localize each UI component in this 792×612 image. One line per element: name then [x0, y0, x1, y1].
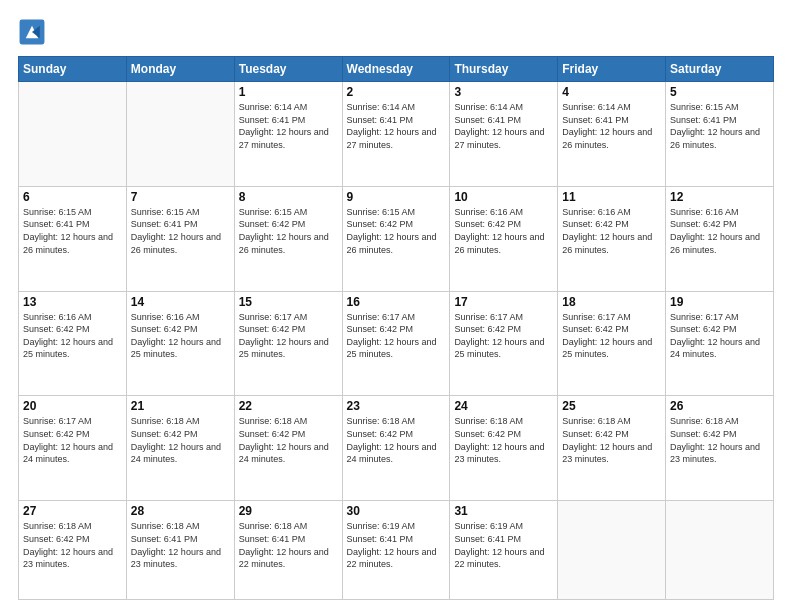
- calendar-cell: [19, 82, 127, 187]
- calendar-cell: 16Sunrise: 6:17 AM Sunset: 6:42 PM Dayli…: [342, 291, 450, 396]
- calendar-cell: 17Sunrise: 6:17 AM Sunset: 6:42 PM Dayli…: [450, 291, 558, 396]
- calendar-cell: 1Sunrise: 6:14 AM Sunset: 6:41 PM Daylig…: [234, 82, 342, 187]
- day-number: 21: [131, 399, 230, 413]
- day-info: Sunrise: 6:15 AM Sunset: 6:41 PM Dayligh…: [131, 206, 230, 256]
- day-number: 27: [23, 504, 122, 518]
- calendar-cell: 22Sunrise: 6:18 AM Sunset: 6:42 PM Dayli…: [234, 396, 342, 501]
- weekday-header-saturday: Saturday: [666, 57, 774, 82]
- day-info: Sunrise: 6:17 AM Sunset: 6:42 PM Dayligh…: [670, 311, 769, 361]
- day-info: Sunrise: 6:14 AM Sunset: 6:41 PM Dayligh…: [562, 101, 661, 151]
- day-info: Sunrise: 6:17 AM Sunset: 6:42 PM Dayligh…: [347, 311, 446, 361]
- calendar-cell: 21Sunrise: 6:18 AM Sunset: 6:42 PM Dayli…: [126, 396, 234, 501]
- day-number: 9: [347, 190, 446, 204]
- day-info: Sunrise: 6:15 AM Sunset: 6:41 PM Dayligh…: [23, 206, 122, 256]
- weekday-header-monday: Monday: [126, 57, 234, 82]
- logo-icon: [18, 18, 46, 46]
- calendar-cell: 23Sunrise: 6:18 AM Sunset: 6:42 PM Dayli…: [342, 396, 450, 501]
- page: SundayMondayTuesdayWednesdayThursdayFrid…: [0, 0, 792, 612]
- day-number: 4: [562, 85, 661, 99]
- day-info: Sunrise: 6:15 AM Sunset: 6:42 PM Dayligh…: [239, 206, 338, 256]
- week-row-2: 6Sunrise: 6:15 AM Sunset: 6:41 PM Daylig…: [19, 186, 774, 291]
- weekday-header-friday: Friday: [558, 57, 666, 82]
- day-info: Sunrise: 6:18 AM Sunset: 6:41 PM Dayligh…: [239, 520, 338, 570]
- calendar-cell: 31Sunrise: 6:19 AM Sunset: 6:41 PM Dayli…: [450, 501, 558, 600]
- day-number: 15: [239, 295, 338, 309]
- calendar-cell: [666, 501, 774, 600]
- calendar-cell: 14Sunrise: 6:16 AM Sunset: 6:42 PM Dayli…: [126, 291, 234, 396]
- day-info: Sunrise: 6:19 AM Sunset: 6:41 PM Dayligh…: [347, 520, 446, 570]
- day-number: 30: [347, 504, 446, 518]
- calendar-cell: 29Sunrise: 6:18 AM Sunset: 6:41 PM Dayli…: [234, 501, 342, 600]
- calendar-cell: 10Sunrise: 6:16 AM Sunset: 6:42 PM Dayli…: [450, 186, 558, 291]
- day-number: 19: [670, 295, 769, 309]
- day-number: 23: [347, 399, 446, 413]
- day-info: Sunrise: 6:14 AM Sunset: 6:41 PM Dayligh…: [347, 101, 446, 151]
- day-info: Sunrise: 6:19 AM Sunset: 6:41 PM Dayligh…: [454, 520, 553, 570]
- calendar-cell: 11Sunrise: 6:16 AM Sunset: 6:42 PM Dayli…: [558, 186, 666, 291]
- logo: [18, 18, 50, 46]
- day-info: Sunrise: 6:18 AM Sunset: 6:41 PM Dayligh…: [131, 520, 230, 570]
- day-number: 29: [239, 504, 338, 518]
- day-number: 22: [239, 399, 338, 413]
- day-number: 28: [131, 504, 230, 518]
- calendar-cell: 27Sunrise: 6:18 AM Sunset: 6:42 PM Dayli…: [19, 501, 127, 600]
- calendar-cell: 18Sunrise: 6:17 AM Sunset: 6:42 PM Dayli…: [558, 291, 666, 396]
- calendar-cell: 6Sunrise: 6:15 AM Sunset: 6:41 PM Daylig…: [19, 186, 127, 291]
- day-number: 3: [454, 85, 553, 99]
- day-info: Sunrise: 6:14 AM Sunset: 6:41 PM Dayligh…: [454, 101, 553, 151]
- day-info: Sunrise: 6:16 AM Sunset: 6:42 PM Dayligh…: [562, 206, 661, 256]
- calendar-cell: 28Sunrise: 6:18 AM Sunset: 6:41 PM Dayli…: [126, 501, 234, 600]
- day-number: 2: [347, 85, 446, 99]
- calendar-cell: 12Sunrise: 6:16 AM Sunset: 6:42 PM Dayli…: [666, 186, 774, 291]
- weekday-header-row: SundayMondayTuesdayWednesdayThursdayFrid…: [19, 57, 774, 82]
- day-number: 26: [670, 399, 769, 413]
- day-number: 25: [562, 399, 661, 413]
- day-info: Sunrise: 6:18 AM Sunset: 6:42 PM Dayligh…: [23, 520, 122, 570]
- day-number: 1: [239, 85, 338, 99]
- week-row-3: 13Sunrise: 6:16 AM Sunset: 6:42 PM Dayli…: [19, 291, 774, 396]
- calendar-table: SundayMondayTuesdayWednesdayThursdayFrid…: [18, 56, 774, 600]
- day-number: 16: [347, 295, 446, 309]
- day-info: Sunrise: 6:18 AM Sunset: 6:42 PM Dayligh…: [562, 415, 661, 465]
- calendar-cell: 4Sunrise: 6:14 AM Sunset: 6:41 PM Daylig…: [558, 82, 666, 187]
- calendar-cell: 13Sunrise: 6:16 AM Sunset: 6:42 PM Dayli…: [19, 291, 127, 396]
- day-number: 5: [670, 85, 769, 99]
- day-info: Sunrise: 6:17 AM Sunset: 6:42 PM Dayligh…: [454, 311, 553, 361]
- day-info: Sunrise: 6:17 AM Sunset: 6:42 PM Dayligh…: [23, 415, 122, 465]
- week-row-1: 1Sunrise: 6:14 AM Sunset: 6:41 PM Daylig…: [19, 82, 774, 187]
- calendar-cell: 9Sunrise: 6:15 AM Sunset: 6:42 PM Daylig…: [342, 186, 450, 291]
- calendar-cell: 8Sunrise: 6:15 AM Sunset: 6:42 PM Daylig…: [234, 186, 342, 291]
- weekday-header-thursday: Thursday: [450, 57, 558, 82]
- day-info: Sunrise: 6:18 AM Sunset: 6:42 PM Dayligh…: [131, 415, 230, 465]
- calendar-cell: 3Sunrise: 6:14 AM Sunset: 6:41 PM Daylig…: [450, 82, 558, 187]
- weekday-header-wednesday: Wednesday: [342, 57, 450, 82]
- day-number: 6: [23, 190, 122, 204]
- day-number: 11: [562, 190, 661, 204]
- calendar-cell: 24Sunrise: 6:18 AM Sunset: 6:42 PM Dayli…: [450, 396, 558, 501]
- day-info: Sunrise: 6:16 AM Sunset: 6:42 PM Dayligh…: [23, 311, 122, 361]
- calendar-cell: 26Sunrise: 6:18 AM Sunset: 6:42 PM Dayli…: [666, 396, 774, 501]
- day-number: 13: [23, 295, 122, 309]
- day-number: 10: [454, 190, 553, 204]
- calendar-cell: 19Sunrise: 6:17 AM Sunset: 6:42 PM Dayli…: [666, 291, 774, 396]
- day-info: Sunrise: 6:18 AM Sunset: 6:42 PM Dayligh…: [239, 415, 338, 465]
- day-info: Sunrise: 6:15 AM Sunset: 6:42 PM Dayligh…: [347, 206, 446, 256]
- day-info: Sunrise: 6:16 AM Sunset: 6:42 PM Dayligh…: [131, 311, 230, 361]
- calendar-cell: 30Sunrise: 6:19 AM Sunset: 6:41 PM Dayli…: [342, 501, 450, 600]
- day-number: 17: [454, 295, 553, 309]
- week-row-5: 27Sunrise: 6:18 AM Sunset: 6:42 PM Dayli…: [19, 501, 774, 600]
- day-number: 18: [562, 295, 661, 309]
- day-number: 14: [131, 295, 230, 309]
- day-info: Sunrise: 6:17 AM Sunset: 6:42 PM Dayligh…: [562, 311, 661, 361]
- day-number: 8: [239, 190, 338, 204]
- calendar-cell: 5Sunrise: 6:15 AM Sunset: 6:41 PM Daylig…: [666, 82, 774, 187]
- weekday-header-sunday: Sunday: [19, 57, 127, 82]
- day-number: 31: [454, 504, 553, 518]
- header: [18, 18, 774, 46]
- day-info: Sunrise: 6:18 AM Sunset: 6:42 PM Dayligh…: [347, 415, 446, 465]
- day-info: Sunrise: 6:16 AM Sunset: 6:42 PM Dayligh…: [670, 206, 769, 256]
- day-info: Sunrise: 6:15 AM Sunset: 6:41 PM Dayligh…: [670, 101, 769, 151]
- calendar-cell: 2Sunrise: 6:14 AM Sunset: 6:41 PM Daylig…: [342, 82, 450, 187]
- day-info: Sunrise: 6:18 AM Sunset: 6:42 PM Dayligh…: [454, 415, 553, 465]
- calendar-cell: [558, 501, 666, 600]
